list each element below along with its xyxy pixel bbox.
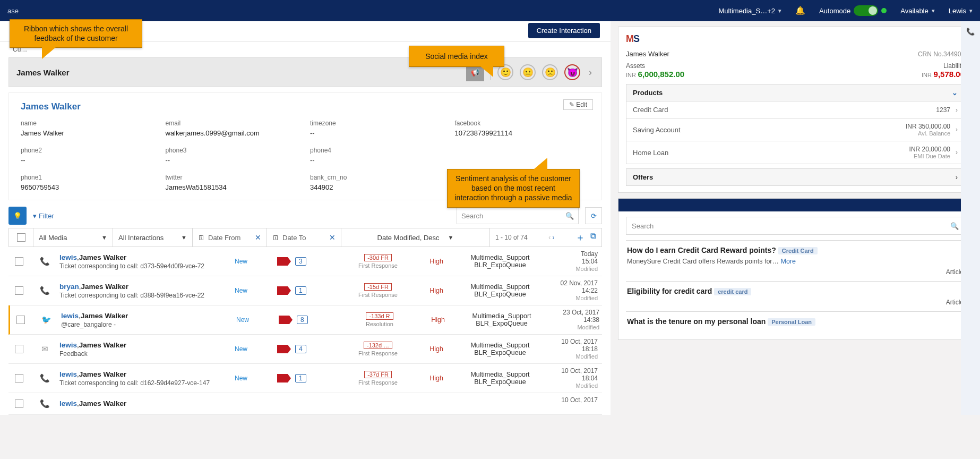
- row-checkbox[interactable]: [15, 374, 23, 382]
- select-all-checkbox[interactable]: [17, 233, 25, 242]
- bell-icon[interactable]: 🔔: [795, 6, 805, 15]
- field-label: phone2: [21, 147, 156, 154]
- field-value: 9650759543: [21, 183, 156, 191]
- field-value: 107238739921114: [455, 129, 590, 137]
- interaction-filter[interactable]: All Interactions▼: [113, 228, 193, 246]
- interaction-row[interactable]: 📞lewis,James WalkerTicket corresponding …: [8, 247, 602, 276]
- product-name: Saving Account: [633, 126, 681, 134]
- automode-label: Automode: [819, 7, 850, 15]
- sentiment-angry-icon[interactable]: 😈: [564, 64, 580, 80]
- chevron-down-icon: ⌄: [952, 89, 958, 97]
- row-checkbox[interactable]: [15, 345, 23, 353]
- refresh-button[interactable]: ⟳: [585, 207, 602, 224]
- queue-selector[interactable]: Multimedia_S…+2 ▾: [718, 7, 781, 15]
- chevron-right-icon: ›: [956, 149, 958, 156]
- row-checkbox[interactable]: [16, 316, 25, 324]
- row-priority: High: [415, 287, 458, 294]
- interaction-row[interactable]: ✉lewis,James WalkerFeedbackNew4-132d …Fi…: [8, 335, 602, 364]
- row-status: New: [235, 345, 277, 353]
- edit-button[interactable]: ✎ Edit: [563, 99, 593, 110]
- product-row[interactable]: Saving AccountINR 350,000.00Avl. Balance…: [626, 118, 965, 141]
- row-status: New: [235, 287, 277, 294]
- row-count: 1: [295, 286, 306, 295]
- liability-value: 9,578.00: [934, 70, 965, 79]
- search-icon: 🔍: [950, 222, 959, 230]
- chevron-down-icon: ▼: [448, 234, 454, 241]
- status-dot-icon: [881, 8, 887, 13]
- kb-type: Article: [627, 268, 964, 276]
- product-row[interactable]: Credit Card1237›: [626, 101, 965, 118]
- automode-toggle[interactable]: Automode: [819, 5, 887, 16]
- phone-icon[interactable]: 📞: [966, 28, 975, 36]
- summary-customer-name: James Walker: [626, 50, 669, 58]
- field-value: --: [21, 156, 156, 164]
- clear-icon[interactable]: ✕: [255, 233, 261, 242]
- knowledge-base-panel: Search 🔍 How do I earn Credit Card Rewar…: [618, 198, 973, 340]
- row-checkbox[interactable]: [15, 286, 23, 295]
- row-queue: [458, 400, 543, 407]
- field-label: timezone: [310, 120, 445, 127]
- prev-page-icon[interactable]: ‹: [548, 234, 551, 241]
- field-value: --: [166, 156, 301, 164]
- sla-label: Resolution: [342, 321, 417, 327]
- product-value: INR 20,000.00: [909, 146, 950, 153]
- sentiment-sad-icon[interactable]: 🙁: [542, 64, 558, 80]
- presence-selector[interactable]: Available ▾: [900, 7, 935, 15]
- row-subtitle: @care_bangalore -: [61, 321, 236, 328]
- kb-search-input[interactable]: Search 🔍: [626, 217, 965, 235]
- kb-item[interactable]: How do I earn Credit Card Reward points?…: [626, 240, 965, 281]
- add-icon[interactable]: ＋: [575, 231, 585, 244]
- phone-icon: 📞: [30, 286, 59, 295]
- row-modified: 10 Oct, 201718:04Modified: [543, 367, 601, 389]
- create-interaction-button[interactable]: Create Interaction: [528, 23, 600, 38]
- kb-title: How do I earn Credit Card Reward points?…: [627, 246, 964, 254]
- row-checkbox[interactable]: [15, 257, 23, 266]
- date-to-input[interactable]: 🗓Date To✕: [267, 228, 341, 246]
- product-name: Credit Card: [633, 106, 668, 114]
- kb-item[interactable]: Eligibility for credit card credit cardA…: [626, 281, 965, 311]
- row-modified: 10 Oct, 2017: [543, 396, 601, 411]
- user-menu[interactable]: Lewis ▾: [949, 7, 973, 15]
- open-external-icon[interactable]: ⧉: [590, 231, 596, 244]
- sla-label: First Response: [341, 379, 415, 386]
- clear-icon[interactable]: ✕: [329, 233, 336, 242]
- priority-flag-icon: [277, 257, 288, 266]
- kb-more-link[interactable]: More: [780, 258, 795, 265]
- kb-item[interactable]: What is the tenure on my personal loan P…: [626, 311, 965, 334]
- app-tag: ase: [7, 7, 19, 15]
- calendar-icon: 🗓: [198, 234, 205, 242]
- row-priority: High: [415, 258, 458, 265]
- products-header[interactable]: Products⌄: [626, 84, 965, 101]
- filter-link[interactable]: ▾ Filter: [33, 212, 54, 220]
- row-count: 1: [295, 374, 306, 382]
- interaction-row[interactable]: 📞bryan,James WalkerTicket corresponding …: [8, 276, 602, 305]
- row-checkbox[interactable]: [15, 400, 23, 408]
- sentiment-neutral-icon[interactable]: 😐: [520, 64, 536, 80]
- row-queue: Multimedia_SupportBLR_ExpoQueue: [458, 254, 543, 269]
- sort-selector[interactable]: Date Modified, Desc▼: [341, 228, 490, 246]
- interaction-row[interactable]: 📞lewis,James WalkerTicket corresponding …: [8, 364, 602, 393]
- interactions-search-input[interactable]: Search 🔍: [457, 207, 579, 224]
- product-sub: EMI Due Date: [909, 153, 950, 159]
- paging-label: 1 - 10 of 74: [495, 234, 528, 241]
- mail-icon: ✉: [30, 344, 59, 354]
- media-filter[interactable]: All Media▼: [33, 228, 113, 246]
- kb-body: MoneySure Credit Card offers Rewards poi…: [627, 258, 964, 265]
- interaction-row[interactable]: 🐦lewis,James Walker@care_bangalore -New8…: [8, 305, 602, 335]
- product-sub: Avl. Balance: [906, 130, 950, 137]
- row-priority: High: [417, 316, 459, 324]
- next-page-icon[interactable]: ›: [553, 234, 555, 241]
- toggle-icon: [854, 5, 878, 16]
- kb-panel-header: [618, 199, 972, 211]
- field-value: JamesWa51581534: [166, 183, 301, 191]
- summary-crn: CRN No.344902: [918, 50, 965, 58]
- chevron-right-icon[interactable]: ›: [587, 67, 594, 78]
- product-row[interactable]: Home LoanINR 20,000.00EMI Due Date›: [626, 141, 965, 164]
- row-customer: James Walker: [79, 341, 127, 349]
- report-icon[interactable]: 💡: [8, 207, 27, 225]
- row-customer: James Walker: [79, 400, 127, 407]
- priority-flag-icon: [279, 316, 289, 324]
- interaction-row[interactable]: 📞lewis,James Walker10 Oct, 2017: [8, 393, 602, 415]
- date-from-input[interactable]: 🗓Date From✕: [193, 228, 267, 246]
- offers-header[interactable]: Offers›: [626, 168, 965, 186]
